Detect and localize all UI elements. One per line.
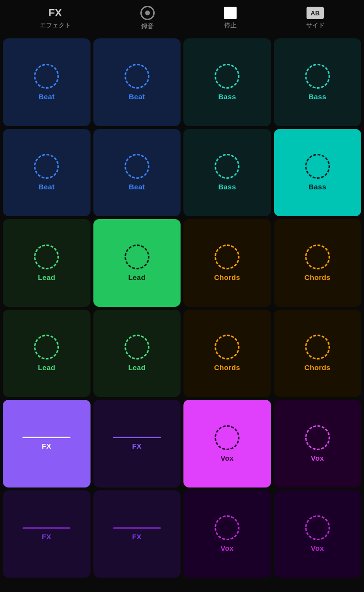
side-button[interactable]: AB サイド (306, 7, 325, 30)
pad-label: FX (132, 533, 142, 541)
pad-vox-r5-c3[interactable]: Vox (274, 490, 362, 578)
pad-label: Vox (311, 454, 324, 462)
pad-beat-r1-c0[interactable]: Beat (3, 129, 91, 217)
pad-label: Chords (305, 363, 330, 371)
record-icon (140, 6, 155, 20)
pad-label: Bass (218, 93, 236, 101)
pad-label: Lead (128, 273, 146, 281)
pad-label: Chords (305, 273, 330, 281)
fx-line-icon (113, 437, 161, 438)
pad-beat-r0-c0[interactable]: Beat (3, 38, 91, 126)
pad-label: Beat (38, 93, 55, 101)
stop-label: 停止 (224, 21, 237, 30)
dashed-circle-icon (215, 425, 239, 450)
pad-label: Bass (308, 183, 326, 191)
fx-icon: FX (48, 7, 62, 19)
pad-fx-r4-c0[interactable]: FX (3, 400, 91, 488)
dashed-circle-icon (305, 64, 330, 89)
fx-button[interactable]: FX エフェクト (40, 7, 71, 30)
pad-label: Beat (129, 93, 145, 101)
dashed-circle-icon (305, 425, 330, 450)
stop-button[interactable]: 停止 (224, 7, 237, 30)
pad-chords-r3-c2[interactable]: Chords (183, 310, 271, 397)
fx-line-icon (113, 527, 161, 529)
pad-label: FX (132, 442, 142, 450)
dashed-circle-icon (215, 64, 239, 89)
dashed-circle-icon (34, 64, 59, 89)
dashed-circle-icon (305, 244, 330, 269)
dashed-circle-icon (125, 154, 149, 179)
pad-label: Chords (214, 363, 240, 371)
pad-label: Lead (38, 273, 55, 281)
pad-label: Beat (129, 183, 145, 191)
stop-icon (224, 7, 237, 19)
dashed-circle-icon (215, 335, 239, 360)
dashed-circle-icon (215, 154, 239, 179)
pad-label: Lead (38, 363, 55, 371)
fx-line-icon (23, 527, 70, 529)
dashed-circle-icon (215, 515, 239, 540)
pad-label: FX (42, 442, 51, 450)
pad-lead-r2-c0[interactable]: Lead (3, 219, 91, 307)
dashed-circle-icon (305, 515, 330, 540)
pad-chords-r2-c2[interactable]: Chords (183, 219, 271, 307)
fx-line-icon (23, 437, 70, 438)
pad-fx-r5-c1[interactable]: FX (93, 490, 181, 578)
pad-grid: BeatBeatBassBassBeatBeatBassBassLeadLead… (0, 35, 364, 580)
pad-bass-r0-c2[interactable]: Bass (183, 38, 271, 126)
pad-beat-r0-c1[interactable]: Beat (93, 38, 181, 126)
top-bar: FX エフェクト 録音 停止 AB サイド (0, 0, 364, 35)
pad-label: Beat (38, 183, 55, 191)
fx-sublabel: エフェクト (40, 21, 71, 30)
dashed-circle-icon (305, 335, 330, 360)
pad-lead-r3-c1[interactable]: Lead (93, 310, 181, 397)
side-label: サイド (306, 21, 325, 30)
pad-label: Bass (218, 183, 236, 191)
pad-label: FX (42, 533, 51, 541)
pad-label: Bass (308, 93, 326, 101)
pad-vox-r5-c2[interactable]: Vox (183, 490, 271, 578)
dashed-circle-icon (34, 335, 59, 360)
dashed-circle-icon (34, 244, 59, 269)
pad-vox-r4-c2[interactable]: Vox (183, 400, 271, 488)
pad-label: Vox (311, 544, 324, 552)
pad-lead-r3-c0[interactable]: Lead (3, 310, 91, 397)
dashed-circle-icon (125, 64, 149, 89)
pad-chords-r2-c3[interactable]: Chords (274, 219, 362, 307)
dashed-circle-icon (125, 244, 149, 269)
pad-label: Vox (221, 454, 234, 462)
ab-icon: AB (307, 7, 324, 19)
pad-vox-r4-c3[interactable]: Vox (274, 400, 362, 488)
record-button[interactable]: 録音 (140, 6, 155, 31)
pad-lead-r2-c1[interactable]: Lead (93, 219, 181, 307)
pad-chords-r3-c3[interactable]: Chords (274, 310, 362, 397)
pad-bass-r0-c3[interactable]: Bass (274, 38, 362, 126)
pad-label: Lead (128, 363, 146, 371)
dashed-circle-icon (34, 154, 59, 179)
dashed-circle-icon (305, 154, 330, 179)
record-label: 録音 (141, 22, 154, 31)
dashed-circle-icon (125, 335, 149, 360)
pad-bass-r1-c3[interactable]: Bass (274, 129, 362, 217)
pad-label: Vox (221, 544, 234, 552)
dashed-circle-icon (215, 244, 239, 269)
pad-beat-r1-c1[interactable]: Beat (93, 129, 181, 217)
pad-label: Chords (214, 273, 240, 281)
pad-bass-r1-c2[interactable]: Bass (183, 129, 271, 217)
pad-fx-r4-c1[interactable]: FX (93, 400, 181, 488)
pad-fx-r5-c0[interactable]: FX (3, 490, 91, 578)
